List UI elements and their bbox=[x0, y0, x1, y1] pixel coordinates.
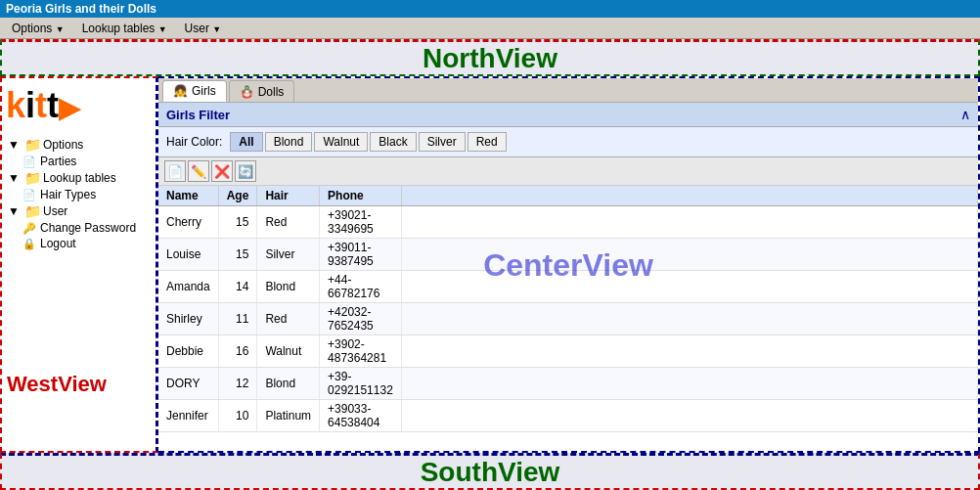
tree-lookup-label: Lookup tables bbox=[43, 171, 116, 185]
hair-color-label: Hair Color: bbox=[166, 135, 222, 149]
table-row[interactable]: DORY12Blond+39-0292151132 bbox=[158, 368, 978, 400]
hair-btn-blond[interactable]: Blond bbox=[265, 132, 313, 152]
cell-hair: Walnut bbox=[257, 335, 320, 368]
expand-icon: ▼ bbox=[6, 138, 22, 152]
col-hair[interactable]: Hair bbox=[257, 186, 320, 206]
cell-phone: +39-0292151132 bbox=[320, 368, 402, 400]
col-age[interactable]: Age bbox=[218, 186, 257, 206]
delete-button[interactable]: ❌ bbox=[211, 160, 233, 182]
refresh-button[interactable]: 🔄 bbox=[235, 160, 256, 182]
collapse-button[interactable]: ∧ bbox=[960, 107, 970, 122]
menu-options[interactable]: Options ▼ bbox=[4, 20, 72, 37]
cell-hair: Silver bbox=[257, 239, 320, 271]
cell-phone: +44-66782176 bbox=[320, 271, 402, 303]
cell-phone: +39033-64538404 bbox=[320, 400, 402, 432]
cell-hair: Red bbox=[257, 303, 320, 335]
menu-user[interactable]: User ▼ bbox=[177, 20, 230, 37]
table-row[interactable]: Jennifer10Platinum+39033-64538404 bbox=[158, 400, 978, 432]
col-phone[interactable]: Phone bbox=[320, 186, 402, 206]
cell-phone: +3902-487364281 bbox=[320, 335, 402, 368]
table-body: Cherry15Red+39021-3349695Louise15Silver+… bbox=[158, 206, 978, 432]
cell-name: Shirley bbox=[158, 303, 218, 335]
cell-age: 16 bbox=[218, 335, 257, 368]
folder-icon: 📁 bbox=[24, 137, 40, 153]
page-icon: 📄 bbox=[22, 156, 37, 168]
expand-icon3: ▼ bbox=[6, 204, 22, 218]
table-row[interactable]: Debbie16Walnut+3902-487364281 bbox=[158, 335, 978, 368]
table-container: Name Age Hair Phone Cherry15Red+39021-33… bbox=[158, 186, 978, 451]
cell-age: 14 bbox=[218, 271, 257, 303]
tree-lookup-tables[interactable]: ▼ 📁 Lookup tables bbox=[6, 169, 152, 187]
cell-age: 11 bbox=[218, 303, 257, 335]
tree-change-password[interactable]: 🔑 Change Password bbox=[22, 220, 152, 236]
tree-hair-types[interactable]: 📄 Hair Types bbox=[22, 187, 152, 202]
edit-button[interactable]: ✏️ bbox=[188, 160, 209, 182]
tree-options-label: Options bbox=[43, 138, 83, 152]
logo-t2: t bbox=[47, 85, 59, 125]
col-name[interactable]: Name bbox=[158, 186, 218, 206]
table-row[interactable]: Cherry15Red+39021-3349695 bbox=[158, 206, 978, 239]
cell-name: Amanda bbox=[158, 271, 218, 303]
hair-btn-red[interactable]: Red bbox=[468, 132, 507, 152]
girls-filter-bar: Girls Filter ∧ bbox=[158, 103, 978, 127]
cell-extra bbox=[401, 271, 977, 303]
tree-options[interactable]: ▼ 📁 Options bbox=[6, 136, 152, 154]
title-bar: Peoria Girls and their Dolls bbox=[0, 0, 980, 18]
table-row[interactable]: Amanda14Blond+44-66782176 bbox=[158, 271, 978, 303]
cell-hair: Red bbox=[257, 206, 320, 239]
new-button[interactable]: 📄 bbox=[164, 160, 186, 182]
tree-change-password-label: Change Password bbox=[40, 221, 136, 235]
west-label: WestView bbox=[7, 372, 107, 397]
hair-btn-walnut[interactable]: Walnut bbox=[314, 132, 368, 152]
cell-extra bbox=[401, 335, 977, 368]
tab-dolls[interactable]: 🪆 Dolls bbox=[229, 80, 295, 102]
cell-phone: +39011-9387495 bbox=[320, 239, 402, 271]
hair-filter: Hair Color: All Blond Walnut Black Silve… bbox=[158, 127, 978, 157]
col-extra bbox=[401, 186, 977, 206]
girls-filter-label: Girls Filter bbox=[166, 108, 230, 122]
tree-logout[interactable]: 🔒 Logout bbox=[22, 236, 152, 251]
girls-table: Name Age Hair Phone Cherry15Red+39021-33… bbox=[158, 186, 978, 432]
tree-user[interactable]: ▼ 📁 User bbox=[6, 202, 152, 220]
dolls-tab-icon: 🪆 bbox=[240, 85, 254, 99]
cell-extra bbox=[401, 400, 977, 432]
folder-icon2: 📁 bbox=[24, 170, 40, 186]
cell-extra bbox=[401, 239, 977, 271]
table-row[interactable]: Louise15Silver+39011-9387495 bbox=[158, 239, 978, 271]
west-view: kitt▶ ▼ 📁 Options 📄 Parties bbox=[0, 76, 158, 453]
tabs: 👧 Girls 🪆 Dolls bbox=[158, 78, 978, 103]
cell-name: Louise bbox=[158, 239, 218, 271]
cell-name: Jennifer bbox=[158, 400, 218, 432]
cell-hair: Platinum bbox=[257, 400, 320, 432]
menu-bar: Options ▼ Lookup tables ▼ User ▼ bbox=[0, 18, 980, 39]
logo-k: k bbox=[6, 85, 25, 125]
cell-name: Cherry bbox=[158, 206, 218, 239]
table-row[interactable]: Shirley11Red+42032-7652435 bbox=[158, 303, 978, 335]
cell-extra bbox=[401, 206, 977, 239]
menu-lookup-tables[interactable]: Lookup tables ▼ bbox=[74, 20, 175, 37]
hair-btn-silver[interactable]: Silver bbox=[419, 132, 466, 152]
hair-btn-all[interactable]: All bbox=[230, 132, 262, 152]
north-label: NorthView bbox=[423, 43, 557, 74]
cell-name: Debbie bbox=[158, 335, 218, 368]
cell-extra bbox=[401, 368, 977, 400]
tree-parties[interactable]: 📄 Parties bbox=[22, 154, 152, 169]
key-icon: 🔑 bbox=[22, 222, 37, 235]
page-icon2: 📄 bbox=[22, 189, 37, 201]
tab-girls[interactable]: 👧 Girls bbox=[162, 80, 227, 102]
center-view: 👧 Girls 🪆 Dolls Girls Filter ∧ Hair Colo… bbox=[158, 76, 980, 453]
hair-btn-black[interactable]: Black bbox=[370, 132, 416, 152]
south-label: SouthView bbox=[421, 457, 560, 488]
logo-t: t bbox=[35, 85, 47, 125]
tab-girls-label: Girls bbox=[192, 84, 216, 98]
cell-hair: Blond bbox=[257, 271, 320, 303]
tab-dolls-label: Dolls bbox=[258, 85, 285, 99]
middle-row: kitt▶ ▼ 📁 Options 📄 Parties bbox=[0, 76, 980, 453]
tree-nav: ▼ 📁 Options 📄 Parties ▼ 📁 Lookup tables bbox=[2, 132, 156, 451]
tree-user-children: 🔑 Change Password 🔒 Logout bbox=[6, 220, 152, 251]
cell-age: 10 bbox=[218, 400, 257, 432]
tree-lookup-children: 📄 Hair Types bbox=[6, 187, 152, 202]
main-layout: NorthView kitt▶ ▼ 📁 Options bbox=[0, 39, 980, 490]
folder-icon3: 📁 bbox=[24, 203, 40, 219]
lock-icon: 🔒 bbox=[22, 238, 37, 250]
